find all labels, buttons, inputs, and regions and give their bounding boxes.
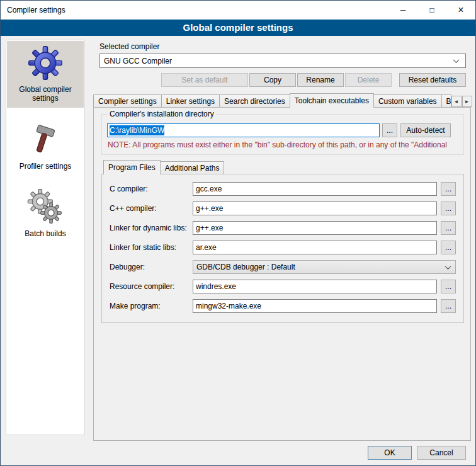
title-bar: Compiler settings ─ □ × — [1, 1, 475, 20]
cpp-compiler-browse-button[interactable]: ... — [441, 202, 456, 215]
install-dir-selected-text: C:\raylib\MinGW — [110, 125, 164, 135]
copy-button[interactable]: Copy — [249, 73, 296, 87]
dynamic-linker-browse-button[interactable]: ... — [441, 221, 456, 235]
tab-additional-paths[interactable]: Additional Paths — [160, 161, 225, 174]
make-program-input[interactable] — [193, 299, 437, 313]
page-title: Global compiler settings — [1, 20, 475, 36]
sidebar-item-label: Global compiler settings — [8, 85, 82, 103]
reset-defaults-button[interactable]: Reset defaults — [399, 73, 466, 87]
cpp-compiler-row: C++ compiler: ... — [110, 202, 456, 215]
c-compiler-input[interactable] — [193, 182, 437, 196]
window-title: Compiler settings — [1, 6, 65, 14]
debugger-select[interactable]: GDB/CDB debugger : Default — [193, 260, 456, 274]
sidebar-item-batch-builds[interactable]: Batch builds — [7, 185, 84, 242]
note-text: NOTE: All programs must exist either in … — [108, 140, 458, 149]
dynamic-linker-label: Linker for dynamic libs: — [110, 224, 193, 232]
set-as-default-button[interactable]: Set as default — [161, 73, 248, 87]
rename-button[interactable]: Rename — [297, 73, 344, 87]
c-compiler-browse-button[interactable]: ... — [441, 182, 456, 196]
cancel-button[interactable]: Cancel — [417, 446, 466, 460]
dialog-footer: OK Cancel — [368, 446, 466, 460]
tab-linker-settings[interactable]: Linker settings — [161, 94, 220, 107]
debugger-select-value: GDB/CDB debugger : Default — [196, 263, 295, 271]
program-files-tabs: Program Files Additional Paths — [101, 160, 464, 174]
sidebar-item-label: Batch builds — [25, 229, 65, 238]
resource-compiler-label: Resource compiler: — [110, 282, 193, 291]
tab-compiler-settings[interactable]: Compiler settings — [93, 94, 162, 107]
sidebar-item-global-compiler-settings[interactable]: Global compiler settings — [7, 41, 84, 108]
selected-compiler-label: Selected compiler — [99, 42, 466, 51]
main-panel: Selected compiler GNU GCC Compiler Set a… — [92, 38, 473, 441]
dynamic-linker-input[interactable] — [193, 221, 437, 235]
resource-compiler-browse-button[interactable]: ... — [441, 280, 456, 293]
c-compiler-label: C compiler: — [110, 185, 193, 193]
toolchain-executables-panel: Compiler's installation directory C:\ray… — [93, 107, 471, 441]
compiler-actions: Set as default Copy Rename Delete Reset … — [99, 73, 466, 87]
dynamic-linker-row: Linker for dynamic libs: ... — [110, 221, 456, 235]
make-program-browse-button[interactable]: ... — [441, 299, 456, 313]
chevron-down-icon — [453, 57, 460, 63]
make-program-row: Make program: ... — [110, 299, 456, 313]
hammer-tool-icon — [26, 121, 64, 159]
install-dir-browse-button[interactable]: ... — [382, 123, 397, 137]
auto-detect-button[interactable]: Auto-detect — [400, 123, 451, 137]
settings-category-list: Global compiler settings Profiler settin… — [6, 40, 85, 435]
resource-compiler-input[interactable] — [193, 280, 437, 293]
tab-scroll-right-icon[interactable]: ► — [462, 96, 472, 107]
delete-button[interactable]: Delete — [345, 73, 392, 87]
tab-custom-variables[interactable]: Custom variables — [373, 94, 442, 107]
resource-compiler-row: Resource compiler: ... — [110, 280, 456, 293]
cpp-compiler-input[interactable] — [193, 202, 437, 215]
debugger-label: Debugger: — [110, 263, 193, 271]
window-controls: ─ □ × — [388, 1, 475, 20]
program-files-panel: C compiler: ... C++ compiler: ... Linker… — [101, 174, 464, 323]
minimize-icon[interactable]: ─ — [388, 1, 417, 20]
static-linker-row: Linker for static libs: ... — [110, 241, 456, 254]
ok-button[interactable]: OK — [368, 446, 412, 460]
tab-build-truncated[interactable]: Buil — [441, 94, 451, 107]
make-program-label: Make program: — [110, 302, 193, 310]
tab-program-files[interactable]: Program Files — [103, 160, 161, 174]
maximize-icon[interactable]: □ — [417, 1, 446, 20]
static-linker-browse-button[interactable]: ... — [441, 241, 456, 254]
settings-tabs: Compiler settings Linker settings Search… — [93, 93, 473, 107]
gray-gears-icon — [26, 188, 64, 226]
tab-toolchain-executables[interactable]: Toolchain executables — [290, 93, 374, 108]
chevron-down-icon — [445, 263, 451, 270]
blue-gear-icon — [26, 44, 64, 82]
compiler-settings-window: Compiler settings ─ □ × Global compiler … — [0, 0, 476, 466]
debugger-row: Debugger: GDB/CDB debugger : Default — [110, 260, 456, 274]
close-icon[interactable]: × — [446, 1, 475, 20]
install-dir-input[interactable]: C:\raylib\MinGW — [107, 123, 380, 137]
program-files-notebook: Program Files Additional Paths C compile… — [101, 160, 464, 323]
cpp-compiler-label: C++ compiler: — [110, 204, 193, 213]
sidebar-item-profiler-settings[interactable]: Profiler settings — [7, 118, 84, 175]
static-linker-label: Linker for static libs: — [110, 243, 193, 252]
tab-scroll-left-icon[interactable]: ◄ — [451, 96, 462, 107]
compiler-select-value: GNU GCC Compiler — [104, 57, 172, 65]
installation-directory-label: Compiler's installation directory — [107, 110, 217, 118]
tab-search-directories[interactable]: Search directories — [219, 94, 290, 107]
c-compiler-row: C compiler: ... — [110, 182, 456, 196]
static-linker-input[interactable] — [193, 241, 437, 254]
installation-directory-group: Compiler's installation directory C:\ray… — [101, 114, 464, 155]
compiler-select[interactable]: GNU GCC Compiler — [99, 54, 466, 68]
installation-directory-row: C:\raylib\MinGW ... Auto-detect — [107, 123, 458, 137]
sidebar-item-label: Profiler settings — [20, 162, 72, 171]
tab-scroll-buttons: ◄ ► — [451, 96, 472, 107]
